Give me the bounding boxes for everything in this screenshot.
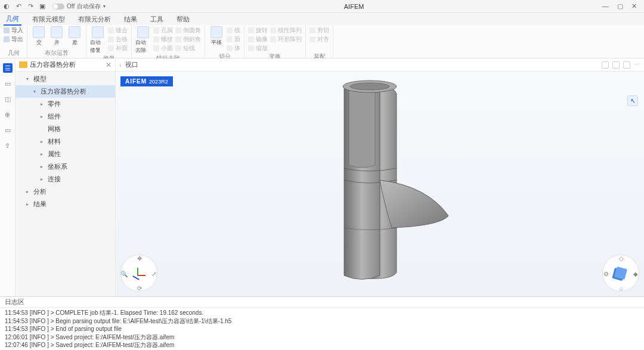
- ribbon-group-split: 平移 线 面 体 切分: [205, 25, 244, 58]
- tab-geometry[interactable]: 几何: [4, 13, 21, 26]
- tree-item-analysis[interactable]: ▸分析: [16, 185, 115, 198]
- tree-panel: 压力容器热分析 ✕ ▾模型 ▾压力容器热分析 ▸零件 ▸组件 网格 ▸材料 ▸属…: [16, 58, 116, 296]
- home-view-icon[interactable]: ⌂: [617, 284, 626, 292]
- side-layers-icon[interactable]: ◫: [3, 94, 13, 104]
- ribbon: 导入 导出 几何 交 并 差 布尔运算 自动修复 缝合 合移 补面 修复 自动去…: [0, 25, 644, 58]
- holes-button[interactable]: 孔洞: [153, 26, 173, 35]
- tab-tools[interactable]: 工具: [148, 14, 166, 25]
- ribbon-group-assembly: 剪切 对齐 装配: [306, 25, 333, 58]
- union-button[interactable]: 并: [49, 26, 64, 47]
- tab-help[interactable]: 帮助: [174, 14, 192, 25]
- layout-split-icon[interactable]: [612, 61, 620, 69]
- maximize-icon[interactable]: ▢: [617, 2, 623, 10]
- fit-icon[interactable]: ⤢: [150, 270, 158, 278]
- iso-top-icon[interactable]: ◇: [617, 254, 626, 262]
- auto-repair-button[interactable]: 自动修复: [90, 26, 106, 54]
- tree-item-parts[interactable]: ▸零件: [16, 98, 115, 110]
- export-button[interactable]: 导出: [4, 35, 23, 44]
- side-tree-icon[interactable]: ☰: [3, 63, 13, 73]
- viewport[interactable]: AIFEM2023R2 ↖: [116, 72, 644, 296]
- title-bar: ◐ ↶ ↷ ▣ Off 自动保存 ▾ AIFEM — ▢ ✕: [0, 0, 644, 13]
- import-button[interactable]: 导入: [4, 26, 23, 35]
- tree-item-coords[interactable]: ▸坐标系: [16, 160, 115, 173]
- save-icon[interactable]: ▣: [38, 2, 47, 11]
- viewcube-nav[interactable]: ◇ ◆ ⌂ ⚙: [602, 255, 639, 292]
- layout-quad-icon[interactable]: [623, 61, 630, 69]
- fillet-button[interactable]: 倒圆角: [175, 26, 201, 35]
- tree-item-connections[interactable]: ▸连接: [16, 173, 115, 185]
- viewport-more-icon[interactable]: ⋯: [634, 61, 640, 69]
- tree-item-properties[interactable]: ▸属性: [16, 148, 115, 160]
- cut-button[interactable]: 剪切: [309, 26, 329, 35]
- subtract-button[interactable]: 差: [67, 26, 82, 47]
- zoom-icon[interactable]: 🔍: [120, 270, 128, 278]
- tree: ▾模型 ▾压力容器热分析 ▸零件 ▸组件 网格 ▸材料 ▸属性 ▸坐标系 ▸连接…: [16, 72, 115, 212]
- tab-results[interactable]: 结果: [122, 14, 140, 25]
- undo-icon[interactable]: ↶: [14, 2, 23, 11]
- viewport-tabs: ‹ 视口 ⋯: [116, 58, 644, 72]
- split-face-button[interactable]: 面: [227, 35, 240, 44]
- split-line-button[interactable]: 线: [227, 26, 240, 35]
- folder-icon: [19, 61, 27, 68]
- layout-single-icon[interactable]: [602, 61, 609, 69]
- tree-item-model[interactable]: ▾模型: [16, 73, 115, 85]
- triad-icon: [132, 267, 145, 280]
- side-export-icon[interactable]: ⇪: [3, 141, 13, 150]
- panel-close-icon[interactable]: ✕: [106, 61, 112, 69]
- log-body[interactable]: 11:54:53 [INFO ] > COMPLETE job 结果-1. El…: [0, 308, 644, 350]
- ribbon-group-repair: 自动修复 缝合 合移 补面 修复: [86, 25, 132, 58]
- tree-item-mesh[interactable]: 网格: [16, 123, 115, 135]
- tab-fem-analysis[interactable]: 有限元分析: [76, 14, 113, 25]
- merge-button[interactable]: 合移: [108, 35, 128, 44]
- log-line: 11:54:53 [INFO ] > Begin parsing output …: [5, 317, 639, 326]
- fill-face-button[interactable]: 补面: [108, 44, 128, 52]
- geometry-model[interactable]: [302, 76, 457, 284]
- auto-defeature-button[interactable]: 自动去除: [135, 26, 151, 54]
- tree-item-components[interactable]: ▸组件: [16, 110, 115, 123]
- iso-right-icon[interactable]: ◆: [631, 270, 640, 278]
- short-edge-button[interactable]: 短线: [175, 44, 201, 52]
- chevron-left-icon[interactable]: ‹: [119, 61, 122, 69]
- side-strip: ☰ ▭ ◫ ⊕ ▭ ⇪: [0, 58, 16, 296]
- small-faces-button[interactable]: 小面: [153, 44, 173, 52]
- chamfer-button[interactable]: 倒斜角: [175, 35, 201, 44]
- align-button[interactable]: 对齐: [309, 35, 329, 44]
- threads-button[interactable]: 螺纹: [153, 35, 173, 44]
- tree-item-project[interactable]: ▾压力容器热分析: [16, 85, 115, 98]
- translate-button[interactable]: 平移: [209, 26, 224, 47]
- log-panel: 日志区 11:54:53 [INFO ] > COMPLETE job 结果-1…: [0, 296, 644, 350]
- linear-pattern-button[interactable]: 线性阵列: [270, 26, 302, 35]
- side-add-icon[interactable]: ⊕: [3, 110, 13, 119]
- mirror-button[interactable]: 镜像: [248, 35, 268, 44]
- viewport-tab[interactable]: 视口: [125, 60, 138, 69]
- pan-icon[interactable]: ✥: [135, 254, 144, 262]
- tree-item-materials[interactable]: ▸材料: [16, 135, 115, 148]
- circular-pattern-button[interactable]: 环形阵列: [270, 35, 302, 44]
- tree-item-results[interactable]: ▸结果: [16, 198, 115, 210]
- log-header: 日志区: [0, 297, 644, 308]
- intersect-button[interactable]: 交: [31, 26, 47, 47]
- side-doc-icon[interactable]: ▭: [3, 79, 13, 88]
- redo-icon[interactable]: ↷: [26, 2, 35, 11]
- tab-fem-model[interactable]: 有限元模型: [30, 14, 67, 25]
- split-body-button[interactable]: 体: [227, 44, 240, 52]
- viewcube-icon: [614, 267, 627, 280]
- log-line: 11:54:53 [INFO ] > End of parsing output…: [5, 325, 639, 333]
- minimize-icon[interactable]: —: [602, 2, 609, 10]
- app-icon: ◐: [2, 2, 11, 11]
- viewport-wrap: ‹ 视口 ⋯ AIFEM2023R2 ↖: [116, 58, 644, 296]
- toggle-icon: [52, 4, 64, 10]
- select-mode-icon[interactable]: ↖: [627, 95, 638, 106]
- rotate-button[interactable]: 旋转: [248, 26, 268, 35]
- side-folder-icon[interactable]: ▭: [3, 125, 13, 135]
- rotate-icon[interactable]: ⟳: [135, 284, 144, 292]
- close-icon[interactable]: ✕: [631, 2, 637, 10]
- scale-button[interactable]: 缩放: [248, 44, 268, 52]
- log-line: 11:54:53 [INFO ] > COMPLETE job 结果-1. El…: [5, 309, 639, 317]
- log-line: 12:07:46 [INFO ] > Saved project: E:/AIF…: [5, 341, 639, 349]
- autosave-toggle[interactable]: Off 自动保存 ▾: [52, 2, 106, 11]
- svg-point-1: [350, 83, 389, 90]
- triad-nav[interactable]: ✥ ⤢ ⟳ 🔍: [120, 255, 157, 292]
- iso-left-icon[interactable]: ⚙: [602, 270, 610, 278]
- stitch-button[interactable]: 缝合: [108, 26, 128, 35]
